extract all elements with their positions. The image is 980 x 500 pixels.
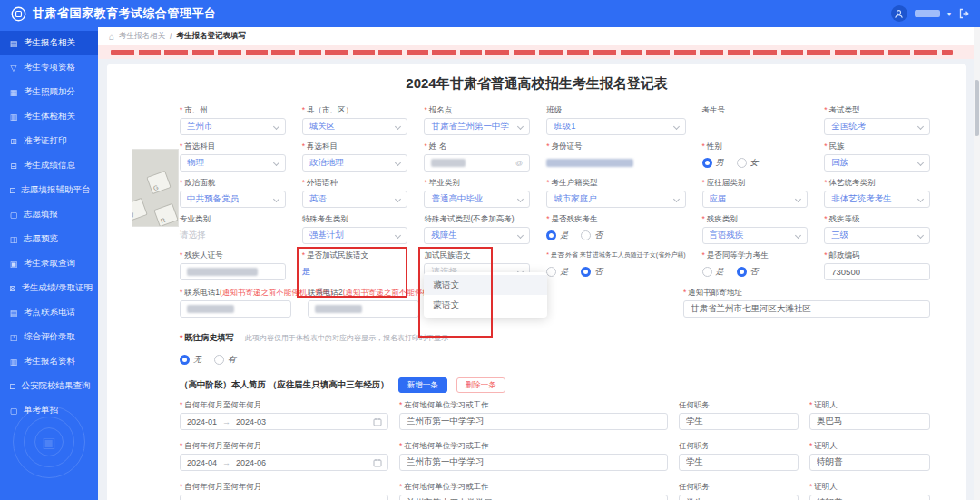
field-label: 残疾等级 bbox=[824, 214, 930, 224]
field-class: 班级 班级1 bbox=[546, 105, 685, 135]
duty-input[interactable]: 学生 bbox=[679, 454, 799, 471]
username-redacted[interactable] bbox=[915, 10, 940, 17]
disability-type-select[interactable]: 言语残疾 bbox=[702, 227, 808, 244]
user-menu-caret-icon[interactable]: ▾ bbox=[947, 10, 951, 18]
field-label: 县（市、区） bbox=[302, 105, 408, 115]
duty-input[interactable]: 学生 bbox=[679, 495, 799, 500]
radio-none[interactable]: 无 bbox=[180, 354, 201, 366]
eval-icon: ◳ bbox=[9, 333, 18, 342]
sidebar-item-physical-exam[interactable]: ▥考生体检相关 bbox=[0, 104, 98, 129]
study-place-input[interactable]: 兰州市第一中学学习 bbox=[399, 413, 668, 430]
ethnicity-select[interactable]: 回族 bbox=[824, 154, 930, 172]
radio-icon bbox=[702, 267, 712, 277]
radio-male[interactable]: 男 bbox=[702, 157, 724, 169]
hukou-type-select[interactable]: 城市家庭户 bbox=[546, 191, 685, 208]
home-icon[interactable]: ⌂ bbox=[109, 32, 114, 42]
witness-input[interactable]: 特朗普1 bbox=[809, 495, 930, 500]
first-subject-select[interactable]: 物理 bbox=[180, 154, 286, 172]
sidebar-item-ticket-print[interactable]: ⊞准考证打印 bbox=[0, 129, 98, 153]
radio-yes[interactable]: 是 bbox=[702, 266, 724, 278]
sidebar-item-volunteer-fill[interactable]: ▢志愿填报 bbox=[0, 202, 98, 227]
witness-input[interactable]: 奥巴马 bbox=[809, 413, 930, 430]
main-content: ⌂ 考生报名相关 / 考生报名登记表填写 2024年甘肃省普通高校招生考生报名登… bbox=[98, 27, 974, 500]
scrollbar-thumb[interactable] bbox=[975, 80, 979, 136]
field-label: 报名点 bbox=[424, 105, 530, 115]
phone2-input[interactable] bbox=[308, 300, 419, 318]
county-select[interactable]: 城关区 bbox=[302, 118, 408, 135]
sidebar-item-registration-files[interactable]: ▥考生报名资料 bbox=[0, 349, 98, 374]
sidebar-item-comprehensive-eval[interactable]: ◳综合评价录取 bbox=[0, 325, 98, 349]
radio-have[interactable]: 有 bbox=[214, 354, 236, 366]
special-candidate-select[interactable]: 强基计划 bbox=[302, 227, 408, 244]
notice-bar bbox=[98, 45, 974, 59]
date-range-input[interactable]: 2024-07→2024-09 bbox=[180, 495, 388, 500]
class-select[interactable]: 班级1 bbox=[546, 118, 685, 135]
radio-female[interactable]: 女 bbox=[737, 157, 759, 169]
user-avatar[interactable] bbox=[891, 5, 907, 22]
sidebar-item-volunteer-preview[interactable]: ◫志愿预览 bbox=[0, 227, 98, 251]
field-label: 自何年何月至何年何月 bbox=[180, 482, 388, 492]
art-sports-select[interactable]: 非体艺统考考生 bbox=[824, 191, 930, 208]
add-entry-button[interactable]: 新增一条 bbox=[398, 377, 447, 393]
medical-history-radio-group: 无 有 bbox=[180, 351, 930, 368]
postcode-input[interactable]: 730500 bbox=[824, 263, 930, 280]
sidebar-item-site-phone[interactable]: ▤考点联系电话 bbox=[0, 300, 98, 325]
minority-test-value: 是 bbox=[302, 263, 408, 278]
app-logo-icon bbox=[11, 6, 26, 22]
examtype-select[interactable]: 全国统考 bbox=[824, 118, 930, 135]
sidebar-item-volunteer-assist[interactable]: ⊡志愿填报辅助平台 bbox=[0, 178, 98, 202]
sidebar-item-special-qualification[interactable]: ▽考生专项资格 bbox=[0, 55, 98, 80]
re-subject-select[interactable]: 政治地理 bbox=[302, 154, 408, 172]
special-exam-type-select[interactable]: 残障生 bbox=[424, 227, 530, 244]
radio-selected-icon bbox=[546, 230, 556, 240]
name-input[interactable]: @ bbox=[424, 154, 530, 172]
sidebar-item-bonus-points[interactable]: ▦考生照顾加分 bbox=[0, 80, 98, 104]
dropdown-option[interactable]: 蒙语文 bbox=[424, 295, 547, 315]
radio-no[interactable]: 否 bbox=[737, 266, 759, 278]
field-fresh-type: 应往届类别 应届 bbox=[702, 178, 808, 208]
field-study-place: 在何地何单位学习或工作 兰州市第一中学学习 bbox=[399, 441, 668, 471]
study-place-input[interactable]: 兰州市第十四中学学习 bbox=[399, 495, 668, 500]
radio-yes[interactable]: 是 bbox=[546, 230, 568, 241]
chevron-down-icon bbox=[395, 123, 401, 130]
phone1-input[interactable] bbox=[180, 300, 291, 318]
duty-input[interactable]: 学生 bbox=[679, 413, 799, 430]
dropdown-option[interactable]: 藏语文 bbox=[424, 275, 547, 295]
major-type-placeholder: 请选择 bbox=[180, 227, 286, 241]
disability-cert-input[interactable] bbox=[180, 263, 286, 280]
field-migrant-children: 是否 外省 来甘进城务工人员随迁子女(省外户籍) 是 否 bbox=[546, 250, 685, 280]
sidebar-item-registration[interactable]: ▤考生报名相关 bbox=[0, 31, 98, 55]
graduation-type-select[interactable]: 普通高中毕业 bbox=[424, 191, 530, 208]
field-duty: 任何职务 学生 bbox=[679, 441, 799, 471]
cert-redacted bbox=[187, 268, 258, 276]
political-select[interactable]: 中共预备党员 bbox=[180, 191, 286, 208]
mail-address-input[interactable]: 甘肃省兰州市七里河区大滩社区 bbox=[683, 300, 930, 318]
field-label: 是否 外省 来甘进城务工人员随迁子女(省外户籍) bbox=[546, 250, 685, 260]
sidebar-item-admission-query[interactable]: ▣考生录取查询 bbox=[0, 251, 98, 276]
city-select[interactable]: 兰州市 bbox=[180, 118, 286, 135]
witness-input[interactable]: 特朗普 bbox=[809, 454, 930, 471]
date-range-input[interactable]: 2024-04→2024-06 bbox=[180, 454, 388, 471]
sidebar-item-score-proof[interactable]: ⊠考生成绩/录取证明 bbox=[0, 276, 98, 300]
logout-icon[interactable] bbox=[958, 8, 969, 19]
date-range-input[interactable]: 2024-01→2024-03 bbox=[180, 413, 388, 430]
disability-level-select[interactable]: 三级 bbox=[824, 227, 930, 244]
delete-entry-button[interactable]: 删除一条 bbox=[456, 377, 505, 393]
radio-selected-icon bbox=[581, 267, 591, 277]
field-label: 毕业类别 bbox=[424, 178, 530, 188]
radio-no[interactable]: 否 bbox=[581, 266, 603, 278]
sidebar-item-police-college-result[interactable]: ⊟公安院校结果查询 bbox=[0, 374, 98, 398]
sidebar-item-score-info[interactable]: ⊟考生成绩信息 bbox=[0, 153, 98, 178]
breadcrumb-section[interactable]: 考生报名相关 bbox=[119, 31, 165, 42]
radio-no[interactable]: 否 bbox=[581, 230, 603, 241]
radio-icon bbox=[581, 230, 591, 240]
phone1-redacted bbox=[187, 305, 234, 313]
foreign-language-select[interactable]: 英语 bbox=[302, 191, 408, 208]
fresh-type-select[interactable]: 应届 bbox=[702, 191, 808, 208]
regpoint-select[interactable]: 甘肃省兰州第一中学 bbox=[424, 118, 530, 135]
field-disability-level: 残疾等级 三级 bbox=[824, 214, 930, 244]
field-label: 姓 名 bbox=[424, 142, 530, 152]
field-label: 考生户籍类型 bbox=[546, 178, 685, 188]
radio-yes[interactable]: 是 bbox=[546, 266, 568, 278]
study-place-input[interactable]: 兰州市第一中学学习 bbox=[399, 454, 668, 471]
